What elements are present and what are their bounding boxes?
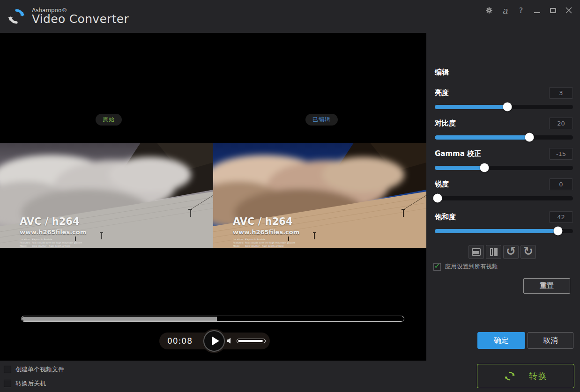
split-horizontal-button[interactable]	[468, 245, 484, 259]
playback-time: 00:08	[167, 336, 193, 346]
check-icon: ✓	[434, 263, 440, 270]
slider-group-sharpness: 锐度	[435, 178, 573, 203]
codec-overlay: AVC / h264	[233, 216, 293, 227]
slider-fill	[435, 135, 529, 140]
play-icon	[212, 336, 219, 346]
shutdown-after-checkbox[interactable]: ✓ 转换后关机	[4, 379, 46, 388]
single-file-label: 创建单个视频文件	[15, 365, 64, 374]
app-logo-icon	[7, 7, 26, 26]
website-overlay: www.h265files.com	[233, 229, 299, 236]
brightness-slider-thumb[interactable]	[503, 103, 512, 111]
convert-sync-icon	[504, 370, 516, 382]
slider-group-saturation: 饱和度	[435, 211, 573, 236]
app-title: Video Converter	[32, 13, 129, 25]
convert-label: 转换	[529, 370, 548, 382]
minimize-icon	[534, 12, 540, 13]
volume-fill	[238, 340, 263, 342]
rotate-right-button[interactable]: ↻	[521, 245, 536, 259]
saturation-value-input[interactable]	[549, 211, 573, 223]
website-overlay: www.h265files.com	[20, 229, 86, 236]
original-frame: AVC / h264 www.h265files.com Location:Ka…	[0, 143, 213, 248]
help-icon[interactable]: ?	[516, 6, 526, 15]
comparison-frames: AVC / h264 www.h265files.com Location:Ka…	[0, 143, 426, 248]
contrast-value-input[interactable]	[549, 118, 573, 129]
sharpness-label: 锐度	[435, 180, 449, 189]
reset-button[interactable]: 重置	[523, 278, 570, 294]
footer-bar: ✓ 创建单个视频文件 ✓ 转换后关机 转换	[0, 361, 580, 392]
edited-frame: AVC / h264 www.h265files.com Location:Ka…	[213, 143, 426, 248]
original-badge: 原始	[96, 114, 122, 126]
saturation-slider-thumb[interactable]	[553, 227, 562, 236]
meta-overlay: Location:Kaprun in Austria Features:Fast…	[233, 238, 295, 248]
edited-badge: 已编辑	[305, 114, 338, 126]
gamma-slider-thumb[interactable]	[480, 163, 489, 172]
sharpness-value-input[interactable]	[549, 178, 573, 190]
transform-tools: ↺ ↻	[468, 245, 536, 259]
apply-all-checkbox[interactable]: ✓ 应用设置到所有视频	[433, 263, 498, 271]
meta-overlay: Location:Kaprun in Austria Features:Fast…	[20, 238, 82, 248]
close-icon	[565, 7, 572, 14]
split-vertical-icon	[490, 248, 498, 256]
contrast-slider[interactable]	[435, 133, 573, 142]
split-horizontal-icon	[472, 248, 481, 256]
brightness-label: 亮度	[435, 89, 449, 97]
edit-panel: 编辑 亮度 对比度 Gam	[426, 33, 580, 361]
cancel-button[interactable]: 取消	[528, 332, 573, 349]
saturation-label: 饱和度	[435, 213, 456, 222]
checkbox-box: ✓	[433, 263, 441, 271]
rotate-left-button[interactable]: ↺	[503, 245, 519, 259]
slider-group-contrast: 对比度	[435, 117, 573, 142]
maximize-button[interactable]	[548, 6, 558, 15]
checkbox-box: ✓	[4, 366, 11, 373]
brand-block: Ashampoo® Video Converter	[32, 7, 129, 26]
player-controls: 00:08	[159, 333, 270, 349]
checkbox-box: ✓	[4, 380, 11, 387]
panel-heading: 编辑	[435, 68, 449, 77]
brightness-value-input[interactable]	[549, 87, 573, 99]
slider-fill	[435, 229, 558, 233]
shutdown-after-label: 转换后关机	[15, 379, 46, 388]
video-preview-area: 原始 已编辑	[0, 33, 426, 361]
brightness-slider[interactable]	[435, 103, 573, 111]
app-window: Ashampoo® Video Converter a ?	[0, 0, 580, 392]
convert-button[interactable]: 转换	[477, 364, 574, 388]
seek-bar[interactable]	[21, 316, 404, 322]
sharpness-slider[interactable]	[435, 194, 573, 203]
seek-fill	[22, 317, 217, 321]
rotate-left-icon: ↺	[506, 245, 516, 257]
slider-group-gamma: Gamma 校正	[435, 148, 573, 172]
single-file-checkbox[interactable]: ✓ 创建单个视频文件	[4, 365, 64, 374]
rotate-right-icon: ↻	[523, 245, 533, 257]
settings-gear-icon[interactable]	[484, 6, 494, 15]
saturation-slider[interactable]	[435, 227, 573, 236]
speaker-icon	[226, 338, 232, 344]
slider-fill	[435, 105, 507, 109]
codec-overlay: AVC / h264	[20, 216, 80, 227]
volume-slider[interactable]	[237, 339, 266, 343]
slider-group-brightness: 亮度	[435, 87, 573, 111]
gamma-value-input[interactable]	[549, 148, 573, 160]
language-icon[interactable]: a	[500, 6, 510, 15]
maximize-icon	[550, 8, 556, 13]
play-button[interactable]	[203, 330, 225, 352]
slider-fill	[435, 166, 484, 170]
close-button[interactable]	[564, 6, 573, 15]
sharpness-slider-thumb[interactable]	[433, 194, 442, 203]
apply-all-label: 应用设置到所有视频	[445, 263, 498, 271]
contrast-label: 对比度	[435, 119, 456, 128]
split-vertical-button[interactable]	[486, 245, 501, 259]
slider-track	[435, 196, 573, 200]
contrast-slider-thumb[interactable]	[525, 133, 534, 142]
gamma-label: Gamma 校正	[435, 149, 481, 158]
minimize-button[interactable]	[532, 6, 542, 15]
titlebar-controls: a ?	[484, 5, 573, 16]
gamma-slider[interactable]	[435, 164, 573, 172]
ok-button[interactable]: 确定	[477, 332, 525, 349]
titlebar: Ashampoo® Video Converter a ?	[0, 0, 580, 33]
